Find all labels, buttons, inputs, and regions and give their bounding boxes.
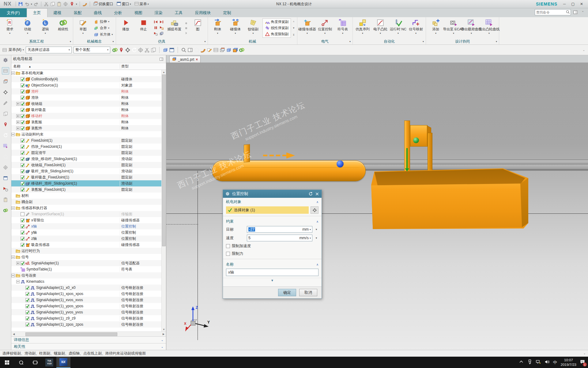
tree-folder-耦合副[interactable]: 耦合副: [11, 199, 166, 205]
expand-icon[interactable]: [16, 121, 20, 124]
frame-select-icon[interactable]: [151, 47, 156, 53]
constraint-navigator-icon[interactable]: [2, 89, 9, 96]
tree-checkbox[interactable]: [21, 188, 24, 192]
link-icon[interactable]: [112, 47, 118, 53]
tree-folder-材料[interactable]: 材料: [11, 193, 166, 199]
group-dialog-launcher[interactable]: ▾: [113, 40, 114, 43]
render-style-icon[interactable]: [169, 47, 175, 53]
tree-checkbox[interactable]: [21, 96, 24, 100]
palette-icon[interactable]: [2, 142, 9, 150]
usb-icon[interactable]: [527, 359, 532, 365]
tree-checkbox[interactable]: [21, 182, 24, 186]
pan-icon[interactable]: [200, 47, 206, 53]
tree-item-y轴[interactable]: y轴位置控制: [11, 229, 166, 236]
tree-folder-信号[interactable]: 信号: [11, 254, 166, 260]
close-tab-icon[interactable]: ×: [196, 57, 198, 62]
stopper-plate-part[interactable]: [244, 144, 250, 163]
machining-icon[interactable]: [2, 207, 9, 214]
switch-window-button[interactable]: 切换窗口: [92, 1, 114, 8]
copy-state-icon[interactable]: [160, 32, 164, 36]
midpoint-icon[interactable]: [138, 47, 143, 53]
tree-checkbox[interactable]: [21, 126, 24, 130]
导出凸轮曲线-button[interactable]: 导出凸轮曲线▾: [481, 18, 498, 38]
scrollbar-thumb[interactable]: [162, 75, 166, 246]
tab-分析[interactable]: 分析: [108, 8, 128, 17]
play-marker-icon[interactable]: [160, 26, 164, 30]
scrollbar-thumb[interactable]: [25, 332, 117, 336]
tab-主页[interactable]: 主页: [27, 8, 47, 17]
group-dialog-launcher[interactable]: ▾: [496, 40, 497, 43]
z-axis-head-part[interactable]: [410, 125, 428, 147]
tree-item-移动杆_滑杆_SlidingJoint(1)[interactable]: 移动杆_滑杆_SlidingJoint(1)滑动副: [11, 180, 166, 186]
tree-item-x零限位[interactable]: x零限位碰撞传感器: [11, 217, 166, 223]
tree-item-SignalAdapter(1)_zpos_zpos[interactable]: SignalAdapter(1)_zpos_zpos信号映射连接: [11, 321, 166, 328]
chevron-up-icon[interactable]: ⌃: [580, 10, 586, 15]
group-dialog-launcher[interactable]: ▾: [70, 40, 71, 43]
铰链副-button[interactable]: 铰链副▾: [245, 18, 262, 38]
tree-item-SignalAdapter(1)_xpos_xpos[interactable]: SignalAdapter(1)_xpos_xpos信号映射连接: [11, 291, 166, 297]
info-icon[interactable]: [2, 164, 9, 171]
停止-button[interactable]: 停止: [135, 18, 152, 38]
minimize-button[interactable]: ─: [560, 1, 568, 7]
navigator-column-header[interactable]: 名称▲ 类型: [11, 63, 166, 70]
tree-item-SignalAdapter(1)_x0_x0[interactable]: SignalAdapter(1)_x0_x0信号映射连接: [11, 285, 166, 291]
tree-checkbox[interactable]: [21, 157, 24, 161]
tray-expand-icon[interactable]: [519, 359, 524, 365]
角度限制副-button[interactable]: 角度限制副: [264, 31, 290, 37]
tree-item-吸杆吸盘_FixedJoint(1)[interactable]: 吸杆吸盘_FixedJoint(1)固定副: [11, 174, 166, 180]
tree-item-收纳箱[interactable]: 收纳箱刚体: [11, 101, 166, 107]
collapse-icon[interactable]: [11, 206, 15, 210]
合并-button[interactable]: 合并▾: [93, 25, 114, 31]
horizontal-scrollbar[interactable]: ◀ ▶: [11, 332, 166, 336]
tree-checkbox[interactable]: [25, 316, 29, 320]
线性弹簧副-button[interactable]: 线性弹簧副: [264, 25, 290, 31]
history-icon[interactable]: [2, 132, 9, 139]
捕捉布置-button[interactable]: 捕捉布置: [166, 18, 183, 38]
speed-input[interactable]: 5 mm/s▾: [247, 235, 312, 241]
search-button[interactable]: [14, 357, 28, 368]
menu-button[interactable]: 菜单 ▾: [133, 1, 150, 8]
z-axis-rod-part[interactable]: [428, 133, 432, 173]
target-input[interactable]: -27 mm▾: [247, 226, 312, 233]
tree-item-装配板_FixedJoint(1)[interactable]: 装配板_FixedJoint(1)固定副: [11, 186, 166, 193]
sketch-view-icon[interactable]: [207, 47, 212, 53]
位置控制-button[interactable]: 位置控制▾: [316, 18, 334, 38]
step-end-icon[interactable]: [160, 20, 164, 24]
network-warning-icon[interactable]: [536, 359, 541, 365]
part-navigator-icon[interactable]: [2, 99, 9, 107]
group-dialog-launcher[interactable]: ▾: [349, 40, 351, 43]
tree-item-SymbolTable(1)[interactable]: SymbolTable(1)符号表: [11, 266, 166, 272]
图-button[interactable]: 图: [189, 18, 206, 38]
limit-acceleration-checkbox[interactable]: 限制加速度: [223, 242, 322, 250]
tree-item-Kinematics[interactable]: Kinematics: [11, 278, 166, 285]
tree-checkbox[interactable]: [25, 286, 29, 290]
reuse-library-icon[interactable]: [2, 110, 9, 117]
tab-应用模块[interactable]: 应用模块: [189, 8, 217, 17]
speaker-icon[interactable]: [545, 359, 549, 365]
collapse-icon[interactable]: [11, 71, 15, 75]
close-button[interactable]: ✕: [578, 1, 586, 7]
float-panel-icon[interactable]: [159, 56, 164, 62]
redo-icon[interactable]: [34, 2, 39, 6]
添加-button[interactable]: 添加▾: [427, 18, 444, 38]
section-name[interactable]: 名称∧: [223, 260, 322, 268]
tree-checkbox[interactable]: [21, 163, 24, 167]
section-mechatronics-object[interactable]: 机电对象∧: [223, 198, 322, 205]
tree-checkbox[interactable]: [21, 261, 24, 265]
reset-icon[interactable]: [308, 192, 313, 196]
assembly-navigator-icon[interactable]: [2, 78, 9, 85]
chevron-down-icon[interactable]: ⌄: [583, 352, 586, 355]
tree-checkbox[interactable]: [21, 145, 24, 149]
window-menu-button[interactable]: 窗口 ▾: [115, 1, 132, 8]
tree-checkbox[interactable]: [21, 120, 24, 124]
tree-checkbox[interactable]: [21, 102, 24, 106]
tree-checkbox[interactable]: [21, 108, 24, 112]
tree-folder-信号连接[interactable]: 信号连接: [11, 272, 166, 278]
tree-item-吸盘传感器[interactable]: 吸盘传感器碰撞传感器: [11, 242, 166, 248]
vertical-scrollbar[interactable]: ▲ ▼: [161, 70, 166, 332]
tree-item-固定滑竿[interactable]: 固定滑竿固定副: [11, 150, 166, 156]
角度弹簧副-button[interactable]: 角度弹簧副: [264, 19, 290, 25]
tree-item-滑块_移动杆_SlidingJoint(1)[interactable]: 滑块_移动杆_SlidingJoint(1)滑动副: [11, 156, 166, 162]
tree-checkbox[interactable]: [21, 224, 24, 228]
expand-icon[interactable]: [16, 114, 20, 118]
